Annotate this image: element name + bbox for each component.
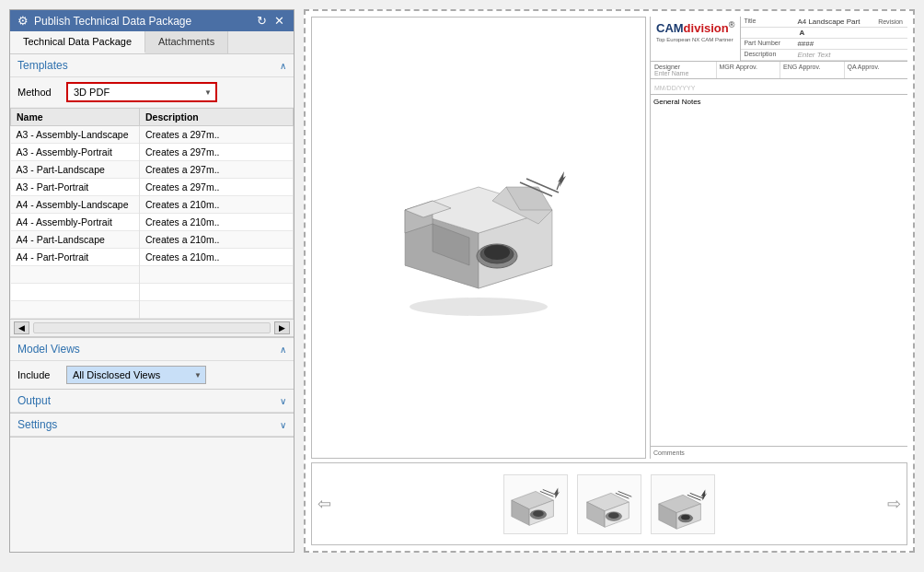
table-cell-name: A4 - Part-Portrait: [11, 249, 140, 266]
drawing-main: [312, 18, 645, 458]
table-row[interactable]: A4 - Part-LandscapeCreates a 210m..: [11, 231, 294, 249]
output-header[interactable]: Output ∨: [10, 390, 294, 413]
table-row[interactable]: A4 - Assembly-PortraitCreates a 210m..: [11, 214, 294, 231]
model-views-label: Model Views: [17, 343, 80, 356]
tab-technical-data-package[interactable]: Technical Data Package: [10, 31, 145, 53]
method-label: Method: [17, 87, 59, 98]
designer-label: Designer: [654, 64, 712, 70]
logo-text: CAMdivision®: [656, 20, 734, 35]
method-row: Method 3D PDF 2D PDF DXF DWG ▼: [10, 77, 294, 108]
thumb2-svg: [578, 474, 641, 534]
templates-header[interactable]: Templates ∧: [10, 54, 294, 77]
table-row[interactable]: A3 - Assembly-LandscapeCreates a 297m..: [11, 126, 294, 144]
logo-area: CAMdivision® Top European NX CAM Partner: [651, 17, 741, 61]
table-row[interactable]: A4 - Part-PortraitCreates a 210m..: [11, 249, 294, 266]
table-row[interactable]: A3 - Part-LandscapeCreates a 297m..: [11, 161, 294, 179]
table-scrollbar-row: ◀ ▶: [10, 320, 294, 337]
output-label: Output: [17, 394, 51, 407]
table-cell-desc: Creates a 210m..: [140, 231, 294, 249]
revision-label: Revision: [878, 18, 905, 26]
thumbnail-1[interactable]: [503, 474, 568, 534]
title-label: Title: [744, 18, 794, 26]
table-row[interactable]: A3 - Part-PortraitCreates a 297m..: [11, 179, 294, 196]
table-cell-desc: Creates a 210m..: [140, 196, 294, 214]
svg-point-0: [410, 298, 548, 316]
preview-content: CAMdivision® Top European NX CAM Partner…: [311, 17, 907, 545]
scroll-right-btn[interactable]: ▶: [274, 321, 290, 334]
table-cell-desc: Creates a 297m..: [140, 179, 294, 196]
table-cell-name: A4 - Assembly-Portrait: [11, 214, 140, 231]
thumbnail-strip: ⇦: [311, 462, 907, 545]
thumb1-svg: [504, 474, 567, 534]
col-desc-header: Description: [140, 109, 294, 126]
table-row[interactable]: A4 - Assembly-LandscapeCreates a 210m..: [11, 196, 294, 214]
output-chevron: ∨: [280, 396, 286, 406]
settings-section: Settings ∨: [10, 414, 294, 438]
table-cell-name: A3 - Part-Landscape: [11, 161, 140, 179]
svg-point-21: [533, 510, 544, 517]
logo-division: division: [684, 21, 729, 35]
table-cell-name: A3 - Part-Portrait: [11, 179, 140, 196]
thumbnail-2[interactable]: [577, 474, 641, 534]
templates-label: Templates: [17, 59, 68, 72]
panel-titlebar: ⚙ Publish Technical Data Package ↻ ✕: [10, 10, 294, 31]
table-cell-name: A4 - Assembly-Landscape: [11, 196, 140, 214]
mgr-label: MGR Approv.: [720, 64, 778, 70]
templates-table-container[interactable]: Name Description A3 - Assembly-Landscape…: [10, 108, 294, 320]
approval-row: Designer Enter Name MGR Approv. ENG Appr…: [651, 62, 907, 79]
comments-area: Comments: [651, 446, 907, 459]
part-svg: [377, 146, 580, 330]
model-views-section: Model Views ∧ Include All Disclosed View…: [10, 338, 294, 390]
table-row-empty: [11, 284, 294, 301]
revision-row: A: [741, 28, 907, 39]
scroll-track[interactable]: [33, 322, 271, 333]
scroll-left-btn[interactable]: ◀: [14, 321, 29, 334]
table-row-empty: [11, 301, 294, 319]
method-select-wrapper: 3D PDF 2D PDF DXF DWG ▼: [66, 82, 217, 102]
part-number-value: ####: [797, 40, 814, 48]
strip-next-arrow[interactable]: ⇨: [887, 494, 901, 514]
model-views-header[interactable]: Model Views ∧: [10, 338, 294, 361]
description-label: Description: [744, 51, 794, 59]
logo-cam: CAM: [656, 21, 684, 35]
thumbnail-3[interactable]: [651, 474, 715, 534]
titlebar-left: ⚙ Publish Technical Data Package: [17, 14, 191, 28]
output-section: Output ∨: [10, 390, 294, 414]
method-select[interactable]: 3D PDF 2D PDF DXF DWG: [68, 84, 215, 100]
table-cell-name: A3 - Assembly-Landscape: [11, 126, 140, 144]
model-views-chevron: ∧: [280, 344, 286, 355]
description-value: Enter Text: [797, 51, 830, 59]
svg-point-36: [681, 514, 690, 519]
strip-prev-arrow[interactable]: ⇦: [318, 494, 331, 514]
table-row-empty: [11, 266, 294, 284]
close-button[interactable]: ✕: [272, 15, 286, 27]
description-row: Description Enter Text: [741, 50, 907, 61]
eng-cell: ENG Approv.: [780, 62, 845, 78]
include-select[interactable]: All Disclosed Views Selected Views All V…: [67, 367, 205, 383]
include-select-wrapper: All Disclosed Views Selected Views All V…: [66, 366, 206, 384]
svg-line-31: [618, 491, 632, 496]
designer-value: Enter Name: [654, 70, 712, 76]
thumb3-svg: [652, 474, 714, 534]
logo-subtitle: Top European NX CAM Partner: [656, 37, 733, 42]
designer-cell: Designer Enter Name: [651, 62, 717, 78]
settings-header[interactable]: Settings ∨: [10, 414, 294, 437]
titlebar-buttons: ↻ ✕: [255, 15, 286, 27]
table-cell-desc: Creates a 297m..: [140, 161, 294, 179]
table-cell-name: A4 - Part-Landscape: [11, 231, 140, 249]
tab-attachments[interactable]: Attachments: [145, 31, 228, 53]
general-notes-label: General Notes: [653, 98, 905, 106]
title-row: Title A4 Landscape Part Revision: [741, 17, 907, 28]
refresh-button[interactable]: ↻: [255, 15, 269, 27]
svg-marker-24: [553, 487, 560, 498]
table-row[interactable]: A3 - Assembly-PortraitCreates a 297m..: [11, 144, 294, 161]
logo-registered: ®: [729, 20, 735, 29]
include-row: Include All Disclosed Views Selected Vie…: [10, 361, 294, 389]
date-row: MM/DD/YYYY: [651, 79, 907, 95]
svg-marker-39: [700, 489, 707, 500]
right-panel: CAMdivision® Top European NX CAM Partner…: [304, 9, 915, 553]
eng-label: ENG Approv.: [783, 64, 841, 70]
table-cell-name: A3 - Assembly-Portrait: [11, 144, 140, 161]
table-cell-desc: Creates a 210m..: [140, 249, 294, 266]
svg-point-10: [484, 245, 510, 260]
